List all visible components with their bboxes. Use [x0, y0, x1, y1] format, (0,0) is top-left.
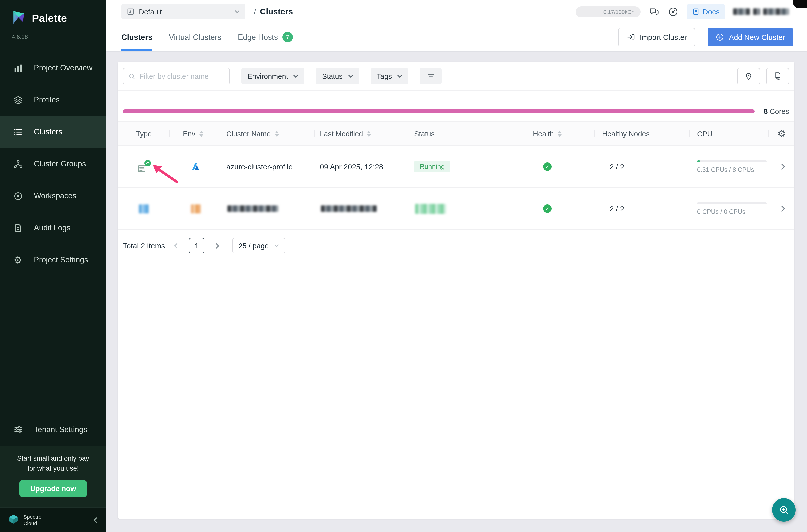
search-input[interactable]: [139, 72, 224, 80]
brand-name: Palette: [32, 13, 67, 24]
chevron-right-icon: [778, 163, 785, 170]
svg-text:CSV: CSV: [775, 78, 780, 80]
current-page-button[interactable]: 1: [189, 238, 204, 253]
table-settings-gear-icon: ⚙: [777, 129, 786, 138]
filter-lines-icon[interactable]: [420, 68, 442, 84]
sort-icon[interactable]: [200, 131, 203, 137]
environment-filter[interactable]: Environment: [241, 68, 304, 84]
sidebar-item-project-settings[interactable]: ⚙ Project Settings: [0, 244, 107, 276]
next-page-icon[interactable]: [213, 243, 219, 248]
docs-icon: [692, 8, 699, 16]
export-csv-button[interactable]: CSV: [766, 68, 789, 84]
redacted-block: [763, 8, 789, 15]
chevron-right-icon: [778, 205, 785, 212]
table-row[interactable]: azure-cluster-profile 09 Apr 2025, 12:28…: [118, 146, 794, 188]
last-modified-text: 09 Apr 2025, 12:28: [320, 162, 383, 171]
tags-filter-label: Tags: [376, 72, 392, 80]
project-selector[interactable]: Default: [121, 4, 245, 19]
spectro-cloud-logo-icon: [8, 513, 19, 526]
cell-last-modified: 09 Apr 2025, 12:28: [315, 146, 409, 187]
page-size-select[interactable]: 25 / page: [232, 238, 285, 253]
healthy-nodes-text: 2 / 2: [609, 162, 624, 171]
sidebar-item-clusters[interactable]: Clusters: [0, 116, 107, 148]
app-root: Palette 4.6.18 Project Overview Profiles: [0, 0, 807, 532]
sort-icon[interactable]: [558, 131, 562, 137]
cell-healthy-nodes: 2 / 2: [595, 188, 690, 229]
table-row[interactable]: 2 / 2 0 CPUs / 0 CPUs: [118, 188, 794, 230]
column-settings[interactable]: ⚙: [769, 122, 794, 145]
help-compass-icon[interactable]: [668, 6, 679, 17]
column-cpu: CPU: [690, 122, 769, 145]
add-new-cluster-label: Add New Cluster: [729, 33, 785, 41]
sidebar-nav: Project Overview Profiles: [0, 52, 107, 276]
sidebar-item-cluster-groups[interactable]: Cluster Groups: [0, 148, 107, 180]
chevron-down-icon: [293, 73, 299, 79]
chevron-down-icon: [348, 73, 353, 79]
cell-expand[interactable]: [769, 188, 794, 229]
column-cluster-name[interactable]: Cluster Name: [221, 122, 315, 145]
status-badge: Running: [414, 161, 450, 172]
status-filter[interactable]: Status: [316, 68, 359, 84]
import-cluster-button[interactable]: Import Cluster: [618, 28, 695, 46]
cell-cluster-name[interactable]: azure-cluster-profile: [221, 146, 315, 187]
cpu-usage-bar: [697, 202, 767, 204]
tab-edge-hosts[interactable]: Edge Hosts 7: [238, 23, 293, 51]
sliders-icon: [13, 424, 23, 434]
azure-logo-icon: [191, 162, 200, 171]
audit-log-icon: [13, 223, 23, 232]
redacted-type-icon: [139, 204, 149, 213]
workspaces-icon: [13, 191, 23, 201]
column-label: Env: [183, 130, 195, 138]
column-status: Status: [409, 122, 500, 145]
cluster-search: [123, 68, 230, 84]
breadcrumb-separator: /: [254, 7, 256, 16]
cell-cluster-name[interactable]: [221, 188, 315, 229]
map-view-button[interactable]: [737, 68, 760, 84]
upgrade-now-button[interactable]: Upgrade now: [19, 480, 87, 497]
cores-value: 8: [764, 108, 768, 115]
sidebar-item-label: Workspaces: [34, 191, 76, 200]
column-healthy-nodes: Healthy Nodes: [595, 122, 690, 145]
tags-filter[interactable]: Tags: [371, 68, 408, 84]
chat-icon[interactable]: [649, 6, 660, 17]
brand[interactable]: Palette: [0, 0, 107, 28]
filter-row-actions: CSV: [737, 68, 789, 84]
column-label: Cluster Name: [226, 130, 270, 138]
chevron-down-icon: [274, 243, 279, 248]
cores-usage-bar: [123, 109, 754, 113]
docs-button[interactable]: Docs: [687, 4, 725, 19]
tab-clusters[interactable]: Clusters: [121, 23, 152, 51]
column-env[interactable]: Env: [170, 122, 221, 145]
cluster-groups-icon: [13, 159, 23, 169]
cell-healthy-nodes: 2 / 2: [595, 146, 690, 187]
spectro-cloud-name: Spectro Cloud: [23, 514, 41, 526]
sidebar-item-tenant-settings[interactable]: Tenant Settings: [0, 413, 107, 445]
previous-page-icon[interactable]: [174, 243, 180, 248]
healthy-nodes-text: 2 / 2: [609, 204, 624, 213]
usage-credits-pill: 0.17/100kCh: [576, 6, 641, 17]
add-new-cluster-button[interactable]: Add New Cluster: [708, 28, 793, 46]
clusters-card: Environment Status Tags: [118, 62, 794, 518]
sidebar-item-profiles[interactable]: Profiles: [0, 84, 107, 116]
column-last-modified[interactable]: Last Modified: [315, 122, 409, 145]
column-label: Healthy Nodes: [602, 130, 650, 138]
zoom-search-fab[interactable]: [772, 498, 795, 521]
sort-icon[interactable]: [367, 131, 371, 137]
sidebar-item-project-overview[interactable]: Project Overview: [0, 52, 107, 84]
tab-virtual-clusters[interactable]: Virtual Clusters: [169, 23, 221, 51]
cell-health: [500, 146, 595, 187]
sort-icon[interactable]: [275, 131, 279, 137]
collapse-sidebar-icon[interactable]: [94, 517, 99, 523]
health-check-icon: [543, 162, 552, 171]
cluster-name-text: azure-cluster-profile: [226, 162, 293, 171]
cell-status: Running: [409, 146, 500, 187]
column-health[interactable]: Health: [500, 122, 595, 145]
column-label: Last Modified: [320, 130, 363, 138]
sidebar-item-audit-logs[interactable]: Audit Logs: [0, 212, 107, 244]
cell-expand[interactable]: [769, 146, 794, 187]
sidebar-item-label: Project Settings: [34, 255, 88, 264]
redacted-corner: [793, 0, 807, 8]
tabs-bar: Clusters Virtual Clusters Edge Hosts 7: [107, 23, 807, 51]
sidebar-item-workspaces[interactable]: Workspaces: [0, 180, 107, 212]
sidebar-item-label: Project Overview: [34, 63, 92, 72]
